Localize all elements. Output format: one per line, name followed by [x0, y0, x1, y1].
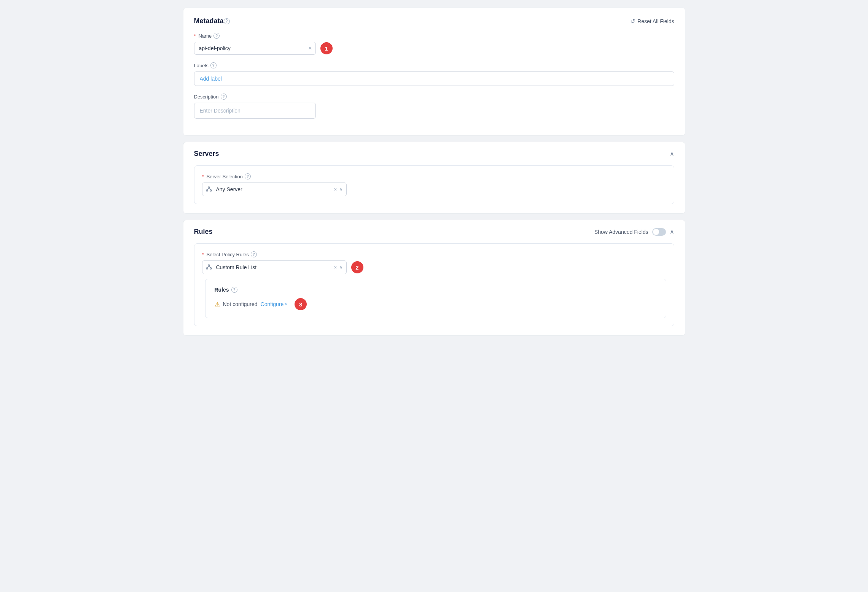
- name-input-wrapper: ×: [194, 42, 316, 55]
- reset-all-fields-button[interactable]: ↺ Reset All Fields: [630, 17, 674, 25]
- toggle-slider: [652, 228, 666, 236]
- inner-rules-help-icon[interactable]: ?: [231, 287, 237, 293]
- name-field-group: * Name ? × 1: [194, 33, 674, 55]
- inner-rules-card: Rules ? ⚠ Not configured Configure > 3: [205, 279, 666, 318]
- name-label: * Name ?: [194, 33, 674, 39]
- inner-rules-title: Rules: [215, 287, 229, 293]
- policy-rules-card: * Select Policy Rules ?: [194, 243, 674, 326]
- server-required-star: *: [202, 174, 204, 179]
- page-container: Metadata ? ↺ Reset All Fields * Name ? ×…: [183, 8, 685, 336]
- advanced-fields-label: Show Advanced Fields: [594, 229, 648, 235]
- labels-input[interactable]: [194, 71, 674, 86]
- labels-field-group: Labels ?: [194, 62, 674, 86]
- servers-collapsible-header[interactable]: Servers ∧: [183, 142, 685, 165]
- advanced-fields-toggle[interactable]: [652, 228, 666, 236]
- warning-icon: ⚠: [215, 301, 220, 308]
- server-select-clear-button[interactable]: ×: [334, 186, 337, 192]
- servers-title: Servers: [194, 150, 219, 158]
- server-selection-card: * Server Selection ?: [194, 165, 674, 204]
- not-configured-row: ⚠ Not configured Configure > 3: [215, 298, 657, 310]
- rules-section: Rules Show Advanced Fields ∧ * Select Po…: [183, 220, 685, 336]
- description-input[interactable]: [194, 103, 316, 119]
- rules-header-right: Show Advanced Fields ∧: [594, 228, 674, 236]
- server-select-actions: × ∨: [334, 186, 342, 192]
- configure-chevron-right-icon: >: [284, 302, 287, 307]
- step-badge-1: 1: [320, 42, 333, 54]
- policy-rules-label: * Select Policy Rules ?: [202, 251, 666, 257]
- inner-rules-header: Rules ?: [215, 287, 657, 293]
- step-badge-2: 2: [351, 261, 363, 273]
- server-selection-help-icon[interactable]: ?: [245, 173, 251, 179]
- servers-chevron-up-icon: ∧: [670, 150, 674, 157]
- reset-icon: ↺: [630, 17, 635, 25]
- servers-section: Servers ∧ * Server Selection ?: [183, 142, 685, 214]
- rules-header: Rules Show Advanced Fields ∧: [194, 228, 674, 236]
- rules-content: * Select Policy Rules ?: [183, 243, 685, 335]
- policy-rules-required-star: *: [202, 252, 204, 257]
- policy-rules-clear-button[interactable]: ×: [334, 264, 337, 270]
- description-field-group: Description ?: [194, 94, 674, 119]
- not-configured-text: Not configured: [223, 301, 258, 307]
- server-selection-select[interactable]: Any Server: [202, 183, 347, 196]
- rules-chevron-up-icon: ∧: [670, 228, 674, 235]
- servers-content: * Server Selection ?: [183, 165, 685, 213]
- rules-title: Rules: [194, 228, 213, 236]
- policy-rules-select[interactable]: Custom Rule List: [202, 260, 347, 274]
- name-clear-button[interactable]: ×: [308, 45, 312, 51]
- description-help-icon[interactable]: ?: [221, 94, 227, 100]
- server-selection-label: * Server Selection ?: [202, 173, 666, 179]
- labels-help-icon[interactable]: ?: [210, 62, 217, 68]
- metadata-title: Metadata: [194, 17, 224, 25]
- policy-rules-row: Custom Rule List × ∨ 2: [202, 260, 666, 274]
- metadata-help-icon[interactable]: ?: [224, 18, 230, 24]
- configure-link[interactable]: Configure >: [261, 301, 287, 307]
- policy-rules-chevron-icon: ∨: [339, 265, 343, 270]
- labels-label: Labels ?: [194, 62, 674, 68]
- description-label: Description ?: [194, 94, 674, 100]
- name-input[interactable]: [194, 42, 316, 55]
- name-required-star: *: [194, 33, 196, 39]
- server-selection-wrapper: Any Server × ∨: [202, 183, 347, 196]
- policy-rules-help-icon[interactable]: ?: [251, 251, 257, 257]
- step-badge-3: 3: [295, 298, 307, 310]
- rules-collapsible-header[interactable]: Rules Show Advanced Fields ∧: [183, 220, 685, 243]
- name-help-icon[interactable]: ?: [213, 33, 220, 39]
- policy-rules-wrapper: Custom Rule List × ∨: [202, 260, 347, 274]
- metadata-header-row: Metadata ? ↺ Reset All Fields: [194, 17, 674, 25]
- name-input-row: × 1: [194, 42, 674, 55]
- server-select-chevron-icon: ∨: [339, 187, 343, 192]
- metadata-section: Metadata ? ↺ Reset All Fields * Name ? ×…: [183, 8, 685, 136]
- policy-rules-select-actions: × ∨: [334, 264, 342, 270]
